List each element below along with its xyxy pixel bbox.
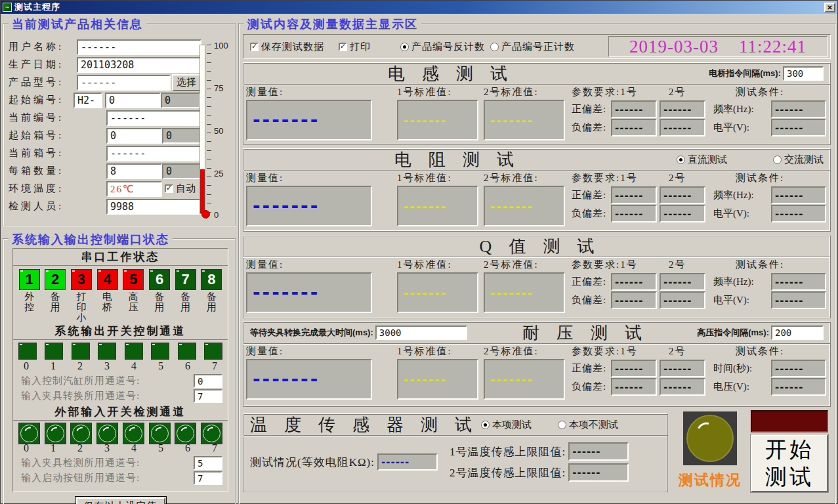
pos-dev-2-display: ------ — [660, 360, 705, 377]
voltage-label: 电压(V): — [713, 381, 771, 393]
temp-sensor-test-section: 温 度 传 感 器 测 试 本项测试 本项不测试 测试情况(等效电阻 — [243, 413, 668, 492]
auto-checkbox[interactable]: ✓ — [165, 184, 173, 193]
withstand-voltage-test-section: 等待夹具转换完成最大时间(ms): 3000 耐 压 测 试 高压指令间隔(ms… — [243, 322, 831, 407]
dc-test-radio[interactable] — [677, 156, 685, 164]
pos-dev-1-display: ------ — [611, 273, 657, 291]
input-led-3 — [96, 423, 118, 444]
inspector-input[interactable]: 9988 — [106, 199, 202, 215]
count-up-radio[interactable] — [490, 43, 499, 51]
start-no-extra: 0 — [161, 93, 200, 108]
voltage-display: ------ — [771, 378, 826, 396]
product-info-panel: 当前测试产品相关信息 用户名称: ------ 生产日期: 201103208 … — [3, 23, 236, 226]
hv-interval-input[interactable]: 200 — [771, 326, 824, 340]
start-no-prefix-input[interactable]: H2- — [73, 93, 102, 108]
level-display: ------ — [771, 119, 826, 136]
std2-label: 2号标准值: — [484, 258, 568, 272]
do-test-radio[interactable] — [481, 421, 490, 429]
save-data-checkbox[interactable]: ✓ — [250, 43, 259, 51]
neg-dev-2-display: ------ — [660, 291, 705, 309]
serial-led-6: 6 — [149, 269, 170, 290]
time-display: 11:22:41 — [739, 37, 807, 57]
pos-dev-1-display: ------ — [611, 360, 657, 377]
titlebar: ~ 测试主程序 ✕ — [1, 1, 837, 14]
start-button-channel-input[interactable]: 7 — [194, 471, 222, 485]
serial-led-5-label: 高压 — [127, 291, 140, 312]
param-req-label: 参数要求:1号 — [572, 172, 669, 184]
neg-dev-2-display: ------ — [660, 205, 705, 222]
serial-led-7-label: 备用 — [179, 291, 192, 312]
serial-led-4: 4 — [97, 269, 118, 290]
output-led-3 — [98, 343, 116, 360]
user-input[interactable]: ------ — [77, 39, 201, 55]
tick-0: 0 — [214, 210, 219, 220]
serial-led-8: 8 — [201, 269, 222, 290]
save-settings-button[interactable]: 保存以上设定值 — [76, 497, 165, 504]
lamp-label: 测试情况 — [679, 471, 742, 490]
pos-dev-2-display: ------ — [660, 186, 705, 204]
freq-display: ------ — [771, 273, 826, 291]
neg-dev-1-display: ------ — [611, 119, 657, 136]
bridge-interval-input[interactable]: 300 — [783, 66, 824, 81]
neg-dev-label: 负偏差: — [572, 294, 611, 306]
ac-test-label: 交流测试 — [784, 154, 824, 166]
std2-label: 2号标准值: — [484, 85, 568, 100]
cylinder-channel-label: 输入控制汽缸所用通道号: — [21, 375, 140, 387]
current-no-input[interactable]: ------ — [106, 110, 202, 126]
serial-led-row: 1外控 2备用 3打印小 4电桥 5高压 6备用 7备用 8备用 — [13, 266, 228, 323]
app-icon: ~ — [3, 3, 12, 12]
std2-value-display: ------- — [484, 186, 565, 226]
qty-input[interactable]: 8 — [106, 163, 162, 179]
start-test-button[interactable]: 开始 测试 — [751, 434, 828, 492]
start-no-input[interactable]: 0 — [105, 93, 161, 108]
count-down-label: 产品编号反计数 — [411, 41, 485, 53]
measured-value-display: ------- — [246, 186, 372, 226]
pos-dev-label: 正偏差: — [572, 276, 611, 288]
cylinder-channel-input[interactable]: 0 — [194, 374, 222, 388]
std2-value-display: ------- — [484, 359, 565, 400]
pos-dev-2-display: ------ — [660, 100, 705, 118]
time-label: 时间(秒): — [713, 362, 771, 375]
serial-led-3-label: 打印小 — [75, 291, 88, 323]
withstand-voltage-test-title: 耐 压 测 试 — [522, 322, 642, 345]
measured-label: 测量值: — [246, 171, 385, 186]
serial-led-1: 1 — [19, 269, 40, 290]
io-ports-title: 系统输入输出控制端口状态 — [9, 232, 173, 247]
ac-test-radio[interactable] — [773, 156, 782, 164]
resistance-test-section: 电 阻 测 试 直流测试 交流测试 测量值: ---- — [243, 148, 831, 232]
fixture-wait-input[interactable]: 3000 — [375, 326, 467, 340]
serial-led-2: 2 — [45, 269, 66, 290]
bridge-interval-label: 电桥指令间隔(ms): — [709, 68, 781, 79]
input-led-5 — [149, 423, 171, 444]
date-input[interactable]: 201103208 — [77, 57, 201, 73]
fixture-switch-channel-row: 输入夹具转换所用通道号: 7 — [13, 388, 228, 404]
env-temp-value: 26℃ — [106, 181, 162, 197]
test-status-corner: 测试情况 开始 测试 — [668, 410, 831, 492]
fixture-detect-channel-input[interactable]: 5 — [194, 456, 222, 470]
output-channel-numbers: 01 23 45 67 — [13, 360, 228, 373]
skip-test-radio[interactable] — [558, 421, 566, 429]
start-box-input[interactable]: 0 — [106, 128, 162, 144]
print-checkbox[interactable]: ✓ — [339, 43, 347, 51]
save-data-label: 保存测试数据 — [261, 41, 324, 53]
tick-100: 100 — [214, 41, 228, 51]
neg-dev-2-display: ------ — [660, 119, 705, 136]
model-input[interactable]: ------ — [77, 75, 171, 91]
start-no-label: 起始编号: — [9, 94, 77, 106]
std2-label: 2号标准值: — [484, 171, 568, 186]
current-box-input[interactable]: ------ — [106, 146, 202, 161]
fixture-switch-channel-input[interactable]: 7 — [194, 389, 222, 403]
fixture-detect-channel-label: 输入夹具检测所用通道号: — [21, 457, 140, 469]
serial-led-5: 5 — [123, 269, 144, 290]
std1-label: 1号标准值: — [397, 85, 481, 100]
input-led-0 — [18, 423, 40, 444]
level-label: 电平(V): — [713, 207, 771, 220]
fixture-switch-channel-label: 输入夹具转换所用通道号: — [21, 390, 140, 402]
current-no-label: 当前编号: — [9, 112, 77, 124]
freq-label: 频率(Hz): — [713, 103, 771, 116]
temp-status-label: 测试情况(等效电阻KΩ): — [250, 455, 375, 470]
count-down-radio[interactable] — [400, 43, 409, 51]
std1-value-display: ------- — [397, 100, 478, 140]
close-icon[interactable]: ✕ — [824, 3, 835, 12]
time-display: ------ — [771, 360, 826, 377]
output-led-7 — [204, 343, 222, 360]
